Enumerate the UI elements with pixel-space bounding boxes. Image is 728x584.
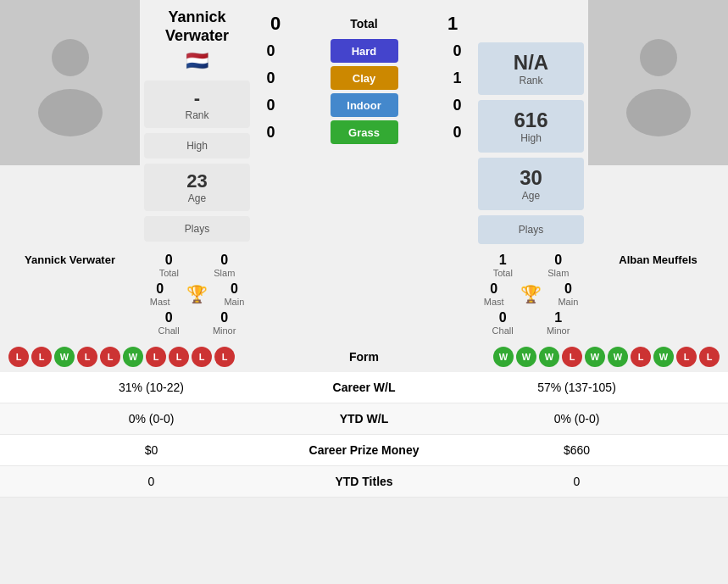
right-slam-stat: 0 Slam	[547, 253, 569, 278]
form-badge: W	[585, 347, 605, 367]
left-high-card: High	[144, 133, 250, 159]
left-player-photo	[0, 0, 140, 165]
stats-center-label: YTD Titles	[290, 475, 438, 488]
indoor-right: 0	[447, 97, 468, 114]
clay-right: 1	[447, 70, 468, 87]
right-high-card: 616 High	[478, 100, 584, 153]
form-badge: L	[699, 347, 720, 367]
indoor-row: 0 Indoor 0	[258, 93, 470, 117]
left-high-label: High	[148, 140, 246, 152]
stats-right-value: 0% (0-0)	[438, 412, 715, 425]
right-age-value: 30	[482, 166, 580, 190]
stats-section: 31% (10-22)Career W/L57% (137-105)0% (0-…	[0, 372, 728, 498]
stats-center-label: Career Prize Money	[290, 443, 438, 457]
left-plays-label: Plays	[148, 223, 246, 235]
right-player-name-below: Alban Meuffels	[588, 251, 728, 269]
left-flag: 🇳🇱	[186, 50, 208, 72]
stats-row: $0Career Prize Money$660	[0, 435, 728, 466]
stats-row: 31% (10-22)Career W/L57% (137-105)	[0, 372, 728, 403]
svg-point-2	[640, 39, 677, 76]
left-age-card: 23 Age	[144, 164, 250, 211]
right-high-value: 616	[482, 108, 580, 132]
form-badge: W	[516, 347, 536, 367]
form-badge: L	[676, 347, 697, 367]
left-main-stat: 0 Main	[224, 281, 244, 307]
right-chall-stat: 0 Chall	[492, 310, 514, 336]
hard-left: 0	[260, 42, 281, 60]
right-total-stat: 1 Total	[493, 253, 513, 278]
indoor-badge: Indoor	[331, 93, 398, 117]
form-badge: W	[123, 347, 143, 367]
left-player-name: Yannick Verwater	[165, 8, 229, 45]
form-row: LLWLLWLLLL Form WWWLWWLWLL	[0, 342, 728, 372]
grass-row: 0 Grass 0	[258, 120, 470, 144]
stats-right-value: 0	[438, 475, 715, 488]
form-badge: L	[8, 347, 29, 367]
form-badge: W	[54, 347, 75, 367]
right-rank-card: N/A Rank	[478, 42, 584, 95]
clay-row: 0 Clay 1	[258, 66, 470, 90]
clay-left: 0	[260, 70, 281, 87]
left-rank-card: - Rank	[144, 81, 250, 128]
left-plays-card: Plays	[144, 216, 250, 242]
form-badge: L	[77, 347, 97, 367]
right-form-badges: WWWLWWLWLL	[438, 347, 720, 367]
right-main-stat: 0 Main	[558, 281, 578, 307]
grass-left: 0	[260, 124, 281, 142]
form-badge: L	[192, 347, 212, 367]
form-badge: W	[493, 347, 514, 367]
right-plays-card: Plays	[478, 215, 584, 244]
right-mast-stat: 0 Mast	[484, 281, 504, 307]
left-player-name-below: Yannick Verwater	[0, 251, 140, 269]
trophy-icon: 🏆	[186, 284, 208, 304]
right-player-photo	[588, 0, 728, 165]
right-minor-stat: 1 Minor	[547, 310, 570, 336]
stats-left-value: $0	[13, 443, 290, 457]
form-badge: L	[31, 347, 52, 367]
svg-point-1	[38, 89, 103, 136]
stats-row: 0% (0-0)YTD W/L0% (0-0)	[0, 403, 728, 435]
form-badge: L	[214, 347, 235, 367]
form-badge: W	[539, 347, 559, 367]
stats-center-label: YTD W/L	[290, 412, 438, 425]
left-chall-stat: 0 Chall	[158, 310, 180, 336]
svg-point-0	[52, 39, 89, 76]
form-badge: L	[100, 347, 120, 367]
right-plays-label: Plays	[482, 224, 580, 236]
total-right: 1	[440, 13, 465, 35]
hard-row: 0 Hard 0	[258, 39, 470, 63]
right-high-label: High	[482, 132, 580, 144]
form-badge: W	[653, 347, 674, 367]
right-trophy-icon: 🏆	[520, 284, 542, 304]
left-minor-stat: 0 Minor	[213, 310, 236, 336]
left-mast-stat: 0 Mast	[150, 281, 170, 307]
grass-badge: Grass	[331, 120, 398, 144]
left-age-value: 23	[148, 170, 246, 192]
grass-right: 0	[447, 124, 468, 142]
stats-left-value: 0% (0-0)	[13, 412, 290, 425]
form-badge: L	[146, 347, 166, 367]
total-row: 0 Total 1	[258, 8, 470, 39]
left-form-badges: LLWLLWLLLL	[8, 347, 290, 367]
form-label: Form	[290, 350, 438, 364]
stats-right-value: 57% (137-105)	[438, 381, 715, 394]
right-rank-value: N/A	[482, 51, 580, 75]
right-age-label: Age	[482, 190, 580, 202]
form-badge: L	[169, 347, 189, 367]
form-badge: L	[562, 347, 582, 367]
main-container: Yannick Verwater 🇳🇱 - Rank High 23 Age P…	[0, 0, 728, 498]
form-badge: L	[631, 347, 651, 367]
right-age-card: 30 Age	[478, 158, 584, 210]
indoor-left: 0	[260, 97, 281, 114]
left-age-label: Age	[148, 192, 246, 204]
left-rank-label: Rank	[148, 109, 246, 121]
stats-right-value: $660	[438, 443, 715, 457]
form-badge: W	[608, 347, 628, 367]
left-rank-value: -	[148, 87, 246, 109]
clay-badge: Clay	[331, 66, 398, 90]
stats-left-value: 31% (10-22)	[13, 381, 290, 394]
total-left: 0	[263, 13, 288, 35]
left-total-stat: 0 Total	[159, 253, 179, 278]
hard-badge: Hard	[331, 39, 398, 63]
stats-row: 0YTD Titles0	[0, 466, 728, 498]
